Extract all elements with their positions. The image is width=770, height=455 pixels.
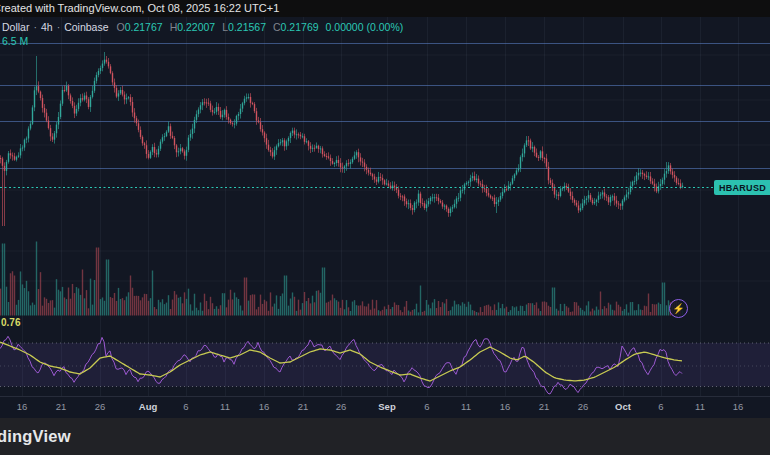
x-axis-label: 6: [183, 401, 188, 412]
x-axis-label: 16: [259, 401, 270, 412]
x-axis-label: 11: [220, 401, 230, 412]
ohlc-low: L0.21567: [222, 21, 266, 33]
legend-separator: ·: [57, 21, 61, 33]
x-axis-label: 26: [336, 401, 347, 412]
bottom-logo-bar: dingView: [0, 418, 770, 455]
legend-separator: ·: [33, 21, 37, 33]
exchange-label: Coinbase: [64, 21, 108, 33]
x-axis-label: 11: [461, 401, 471, 412]
lightning-icon: ⚡: [672, 303, 684, 314]
x-axis-label: 26: [578, 401, 589, 412]
x-axis-label: 6: [658, 401, 663, 412]
tradingview-chart-window: Created with TradingView.com, Oct 08, 20…: [0, 0, 770, 455]
x-axis-label: 21: [298, 401, 309, 412]
x-axis-label: 26: [95, 401, 106, 412]
tradingview-logo: dingView: [0, 427, 71, 446]
x-axis-label: 21: [56, 401, 67, 412]
time-axis[interactable]: 162126Aug611162126Sep611162126Oct61116: [0, 396, 770, 419]
x-axis-label: Oct: [615, 401, 631, 412]
boost-button[interactable]: ⚡: [669, 299, 688, 318]
x-axis-label: 11: [695, 401, 705, 412]
chart-canvas[interactable]: [0, 0, 770, 455]
change-value: 0.00000 (0.00%): [326, 21, 404, 33]
last-price-symbol-badge: HBARUSD: [714, 180, 770, 195]
x-axis-label: Sep: [378, 401, 395, 412]
attribution-bar: Created with TradingView.com, Oct 08, 20…: [0, 0, 770, 17]
x-axis-label: Aug: [139, 401, 157, 412]
symbol-name: Dollar: [2, 21, 29, 33]
oscillator-value: 0.76: [1, 317, 20, 328]
x-axis-label: 6: [424, 401, 429, 412]
attribution-text: Created with TradingView.com, Oct 08, 20…: [0, 0, 279, 17]
x-axis-label: 16: [17, 401, 28, 412]
ohlc-open: O0.21767: [117, 21, 163, 33]
interval-label: 4h: [41, 21, 53, 33]
x-axis-label: 16: [733, 401, 744, 412]
ohlc-close: C0.21769: [273, 21, 319, 33]
symbol-legend: Dollar · 4h · Coinbase O0.21767 H0.22007…: [2, 21, 403, 33]
ohlc-high: H0.22007: [170, 21, 216, 33]
volume-legend-value: 6.5 M: [2, 35, 28, 47]
x-axis-label: 16: [500, 401, 511, 412]
x-axis-label: 21: [539, 401, 550, 412]
